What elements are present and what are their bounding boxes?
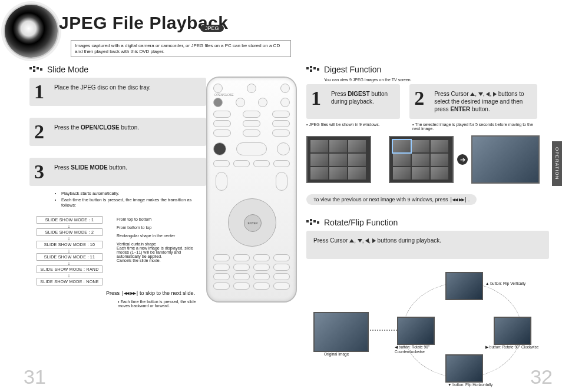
svg-rect-10 — [306, 220, 309, 222]
view-prev-next-note: To view the previous or next image with … — [306, 194, 477, 205]
remote-button — [233, 264, 250, 271]
svg-rect-14 — [317, 221, 319, 224]
svg-rect-8 — [313, 67, 316, 69]
digest-step2-note: • The selected image is played for 5 sec… — [412, 122, 536, 131]
step-text-bold: DIGEST — [348, 91, 369, 97]
skip-back-icon: |◀◀ — [121, 290, 129, 296]
up-arrow-icon — [470, 92, 475, 96]
bullet-graphic-icon — [306, 219, 320, 227]
caption-original: Original Image — [324, 352, 349, 356]
remote-button — [233, 273, 250, 280]
remote-button — [247, 84, 256, 93]
mode-desc: Vertical curtain shape — [117, 242, 156, 246]
step-text: Place the JPEG disc on the disc tray. — [54, 84, 151, 91]
remote-dpad: ENTER — [228, 198, 276, 247]
remote-button — [253, 283, 270, 290]
remote-button — [233, 254, 250, 261]
skip-fwd-icon: ▶▶| — [130, 290, 138, 296]
slide-notes: Playback starts automatically. Each time… — [38, 191, 206, 208]
page-number-left: 31 — [24, 366, 46, 388]
remote-open-close-label: OPEN/CLOSE — [214, 93, 234, 97]
step-text-pre: Press Cursor — [434, 91, 470, 97]
heading-rotate: Rotate/Flip Function — [324, 218, 542, 227]
step-text-bold: ENTER — [450, 106, 470, 112]
svg-rect-1 — [33, 66, 35, 68]
svg-rect-5 — [306, 67, 309, 69]
skip-instruction: Press |◀◀ ▶▶| to skip to the next slide. — [106, 290, 206, 296]
right-arrow-icon — [493, 92, 497, 97]
remote-button — [213, 160, 230, 167]
heading-text: Rotate/Flip Function — [324, 218, 398, 227]
remote-stop-button — [213, 142, 226, 155]
remote-button — [243, 111, 260, 118]
step-number: 3 — [34, 159, 44, 185]
instr-post: buttons during playback. — [378, 237, 441, 244]
remote-button — [280, 98, 290, 107]
rotate-ccw-thumb — [397, 317, 435, 345]
remote-button — [243, 129, 260, 137]
selected-image-thumb — [471, 135, 540, 184]
digest-9up-thumb — [306, 136, 371, 183]
digest-9up-thumb-selected — [389, 136, 454, 183]
mode-desc: Each time a new image is displayed, slid… — [117, 246, 205, 258]
remote-button — [273, 273, 290, 280]
slide-step-1: 1 Place the JPEG disc on the disc tray. — [29, 78, 206, 106]
arrow-right-circle-icon: ➔ — [457, 154, 468, 165]
page-number-right: 32 — [530, 366, 553, 388]
remote-button — [272, 129, 290, 137]
down-arrow-icon — [478, 92, 483, 96]
instr-pre: Press Cursor — [313, 237, 349, 244]
remote-button — [213, 273, 230, 280]
remote-button — [273, 254, 290, 261]
intro-text: Images captured with a digital camera or… — [71, 40, 291, 57]
svg-rect-9 — [317, 68, 319, 71]
right-arrow-icon — [372, 238, 376, 243]
caption-right: ▶ button: Rotate 90° Clockwise — [485, 345, 538, 350]
svg-rect-11 — [310, 219, 312, 221]
remote-button — [272, 120, 290, 127]
step-text-bold: OPEN/CLOSE — [81, 124, 120, 131]
remote-button — [273, 160, 290, 167]
remote-button — [253, 160, 270, 167]
rotate-instruction: Press Cursor , , , buttons during playba… — [306, 231, 549, 259]
down-arrow-icon: ↓ — [37, 248, 101, 253]
remote-button — [236, 98, 245, 107]
down-arrow-icon: ↓ — [37, 236, 101, 241]
jpeg-badge: JPEG — [200, 25, 224, 32]
down-arrow-icon — [358, 239, 362, 242]
svg-rect-6 — [310, 66, 312, 68]
step-text-bold: SLIDE MODE — [71, 164, 107, 171]
svg-rect-12 — [310, 222, 312, 225]
left-column: Slide Mode 1 Place the JPEG disc on the … — [29, 65, 206, 308]
remote-button — [213, 283, 230, 290]
mode-desc: From top to bottom — [117, 217, 151, 221]
remote-button — [233, 283, 250, 290]
remote-volume-rocker — [216, 172, 227, 191]
remote-button — [253, 264, 270, 271]
remote-button — [213, 84, 223, 93]
svg-rect-3 — [37, 67, 39, 69]
remote-button — [233, 160, 250, 167]
bullet-graphic-icon — [306, 66, 320, 74]
digest-step-1: 1 Press DIGEST button during playback. — [306, 84, 400, 119]
remote-button — [253, 273, 270, 280]
caption-left: ◀ button: Rotate 90° Counterclockwise — [395, 345, 442, 354]
manual-spread: { "title": "JPEG File Playback", "badge"… — [0, 0, 562, 392]
left-arrow-icon — [365, 238, 369, 243]
mode-desc: From bottom to top — [117, 225, 151, 230]
svg-rect-2 — [33, 69, 35, 72]
digest-step-2: 2 Press Cursor , , , buttons to select t… — [409, 84, 537, 119]
digest-step1-note: • JPEG files will be shown in 9 windows. — [306, 122, 408, 131]
step-text-pre: Press — [331, 91, 348, 97]
remote-button — [273, 283, 290, 290]
remote-control-illustration: OPEN/CLOSE ENTER — [206, 77, 297, 303]
svg-rect-4 — [40, 68, 42, 71]
svg-rect-13 — [313, 220, 316, 222]
down-arrow-icon: ↓ — [37, 261, 101, 265]
remote-open-close-button — [213, 98, 223, 107]
note-item: Each time the button is pressed, the ima… — [61, 197, 206, 208]
caption-up: ▲ button: Flip Vertically — [485, 281, 525, 285]
heading-slide-mode: Slide Mode — [47, 65, 206, 74]
step-text-post: button. — [470, 106, 490, 112]
skip-pre: Press — [106, 290, 121, 296]
